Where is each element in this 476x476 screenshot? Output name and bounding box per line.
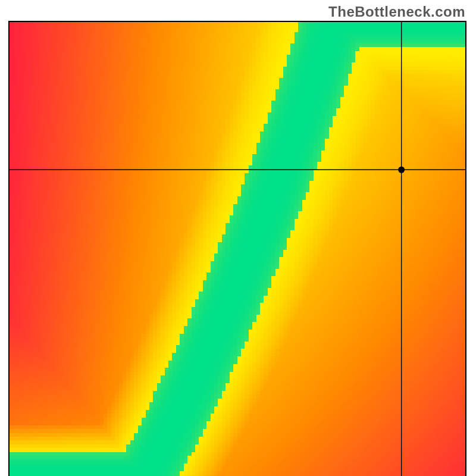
chart-container: TheBottleneck.com [0,0,476,476]
watermark-label: TheBottleneck.com [328,4,465,20]
bottleneck-heatmap [8,21,466,476]
